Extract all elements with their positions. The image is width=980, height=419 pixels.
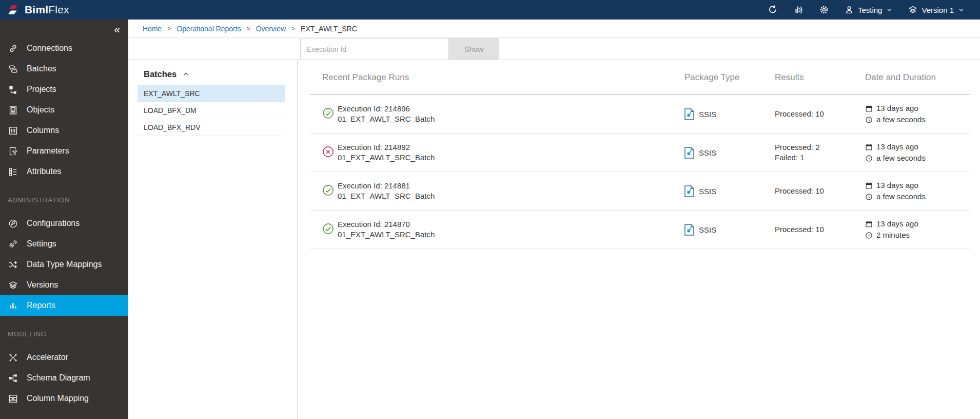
date-duration-cell: 13 days ago a few seconds [856, 141, 970, 164]
results-cell: Processed: 10 [766, 224, 856, 235]
filter-bar: Show [128, 38, 980, 60]
show-button[interactable]: Show [449, 38, 499, 60]
chain-link-icon [8, 44, 18, 53]
run-duration: a few seconds [876, 153, 926, 164]
batch-item-label: EXT_AWLT_SRC [144, 89, 200, 98]
calendar-icon [865, 220, 873, 228]
run-date: 13 days ago [876, 103, 918, 114]
sidebar-item-accelerator[interactable]: Accelerator [0, 347, 128, 368]
results-failed: Failed: 1 [775, 153, 856, 163]
app-title: BimlFlex [25, 4, 69, 16]
chevron-up-icon [182, 70, 190, 78]
sidebar-collapse-button[interactable]: « [0, 20, 128, 38]
table-row[interactable]: Execution Id: 214896 01_EXT_AWLT_SRC_Bat… [310, 95, 970, 134]
sidebar-item-objects[interactable]: Objects [0, 100, 128, 120]
results-cell: Processed: 2 Failed: 1 [766, 142, 856, 163]
package-type-label: SSIS [699, 225, 716, 234]
run-status-icon [322, 146, 334, 158]
sidebar-item-projects[interactable]: Projects [0, 79, 128, 100]
run-duration: 2 minutes [876, 230, 910, 241]
batches-panel-header[interactable]: Batches [128, 69, 297, 79]
sidebar-item-attributes[interactable]: Attributes [0, 161, 128, 182]
sidebar-item-versions[interactable]: Versions [0, 275, 128, 295]
calendar-icon [865, 143, 873, 151]
sidebar-item-parameters[interactable]: Parameters [0, 141, 128, 161]
ssis-file-icon [684, 224, 694, 236]
status-cell [310, 223, 338, 237]
results-cell: Processed: 10 [766, 109, 856, 120]
topbar-actions: Testing Version 1 [768, 5, 980, 15]
table-row[interactable]: Execution Id: 214870 01_EXT_AWLT_SRC_Bat… [310, 211, 970, 249]
batch-item[interactable]: EXT_AWLT_SRC [138, 85, 285, 102]
sidebar-item-label: Connections [27, 44, 72, 53]
package-type-cell: SSIS [673, 147, 766, 159]
sidebar: « Connections Batches Projects [0, 20, 128, 419]
batches-panel-title: Batches [144, 69, 177, 79]
sidebar-item-columns[interactable]: Columns [0, 120, 128, 141]
sidebar-item-settings[interactable]: Settings [0, 234, 128, 254]
user-menu[interactable]: Testing [845, 5, 893, 14]
project-tree-icon [8, 85, 18, 94]
table-row[interactable]: Execution Id: 214892 01_EXT_AWLT_SRC_Bat… [310, 134, 970, 172]
table-header-row: Recent Package Runs Package Type Results… [310, 60, 970, 95]
breadcrumb: Home > Operational Reports > Overview > … [128, 20, 980, 38]
checklist-icon [8, 167, 18, 177]
execution-id: Execution Id: 214870 [338, 219, 673, 230]
batch-name: 01_EXT_AWLT_SRC_Batch [338, 153, 673, 163]
top-bar: BimlFlex Testing [0, 0, 980, 20]
columns-icon [8, 126, 18, 136]
version-menu[interactable]: Version 1 [908, 5, 965, 14]
chevron-down-icon [886, 7, 893, 13]
sidebar-item-reports[interactable]: Reports [0, 295, 128, 316]
package-type-label: SSIS [699, 110, 716, 119]
x-circle-icon [322, 146, 334, 158]
sidebar-item-batches[interactable]: Batches [0, 59, 128, 79]
refresh-icon[interactable] [768, 5, 778, 15]
run-description: Execution Id: 214870 01_EXT_AWLT_SRC_Bat… [338, 219, 673, 240]
analytics-icon[interactable] [793, 5, 803, 15]
shuffle-icon [8, 260, 18, 270]
batch-name: 01_EXT_AWLT_SRC_Batch [338, 191, 673, 202]
sidebar-item-schema-diagram[interactable]: Schema Diagram [0, 368, 128, 388]
bimlflex-logo[interactable]: BimlFlex [0, 4, 128, 16]
execution-id: Execution Id: 214896 [338, 104, 673, 115]
batch-item[interactable]: LOAD_BFX_DM [138, 102, 285, 119]
results-processed: Processed: 10 [775, 186, 856, 197]
breadcrumb-home[interactable]: Home [143, 25, 162, 33]
clock-icon [865, 155, 873, 162]
version-label: Version 1 [922, 6, 954, 14]
gear-icon[interactable] [819, 5, 829, 15]
column-header-package-type: Package Type [673, 72, 766, 83]
user-icon [845, 5, 854, 14]
run-date: 13 days ago [876, 141, 918, 153]
column-header-recent-package-runs: Recent Package Runs [322, 72, 673, 83]
run-status-icon [322, 184, 334, 196]
sidebar-item-connections[interactable]: Connections [0, 38, 128, 59]
sidebar-item-label: Schema Diagram [27, 373, 90, 383]
status-cell [310, 146, 338, 160]
package-type-cell: SSIS [673, 185, 766, 197]
breadcrumb-operational-reports[interactable]: Operational Reports [177, 25, 241, 33]
user-label: Testing [858, 6, 883, 14]
clock-icon [865, 116, 873, 124]
check-circle-icon [322, 223, 334, 235]
results-processed: Processed: 10 [775, 109, 856, 120]
table-row[interactable]: Execution Id: 214881 01_EXT_AWLT_SRC_Bat… [310, 172, 970, 211]
batch-item[interactable]: LOAD_BFX_RDV [138, 119, 285, 136]
bar-chart-icon [8, 301, 18, 311]
main-content: Home > Operational Reports > Overview > … [128, 20, 980, 419]
sidebar-item-configurations[interactable]: Configurations [0, 213, 128, 234]
sidebar-item-column-mapping[interactable]: Column Mapping [0, 388, 128, 409]
sidebar-item-label: Reports [27, 301, 55, 310]
layers-icon [908, 5, 917, 14]
batches-icon [8, 64, 18, 74]
package-type-cell: SSIS [673, 224, 766, 236]
date-duration-cell: 13 days ago a few seconds [856, 103, 970, 125]
run-description: Execution Id: 214896 01_EXT_AWLT_SRC_Bat… [338, 104, 673, 125]
accelerator-nodes-icon [8, 353, 18, 363]
breadcrumb-separator: > [291, 25, 295, 32]
sidebar-item-data-type-mappings[interactable]: Data Type Mappings [0, 254, 128, 275]
breadcrumb-overview[interactable]: Overview [256, 25, 286, 33]
execution-id-input[interactable] [300, 38, 449, 60]
bimlflex-logo-icon [7, 4, 20, 16]
